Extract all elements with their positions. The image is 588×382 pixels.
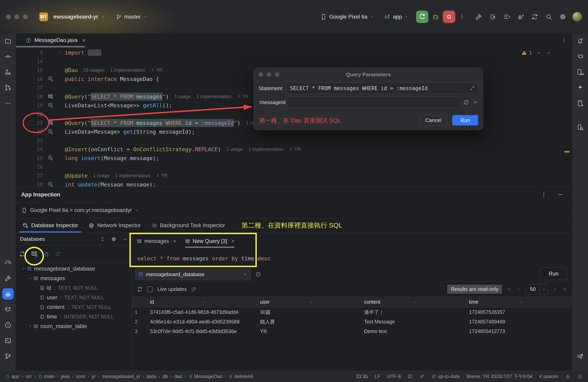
close-window-icon[interactable] xyxy=(6,14,11,19)
line-number[interactable]: 27 xyxy=(16,173,46,179)
line-number[interactable]: 17 xyxy=(16,85,46,91)
breadcrumb-item[interactable]: MessageDao xyxy=(189,374,222,379)
project-folder-icon[interactable] xyxy=(2,35,14,47)
breadcrumb-item[interactable]: main xyxy=(38,374,54,379)
open-new-query-icon[interactable] xyxy=(31,250,38,258)
tree-item-content[interactable]: content: TEXT, NOT NULL xyxy=(16,302,132,312)
search-icon[interactable] xyxy=(543,11,554,22)
tree-item-user[interactable]: user: TEXT, NOT NULL xyxy=(16,293,132,302)
problems-icon[interactable] xyxy=(2,320,14,331)
implementation-gutter-icon[interactable] xyxy=(46,155,55,161)
send-feedback-icon[interactable] xyxy=(575,351,586,362)
terminal-icon[interactable] xyxy=(2,335,14,346)
git-blame[interactable]: Blame: YR 2020/7/27 下午9:04 xyxy=(467,373,532,380)
zoom-window-icon[interactable] xyxy=(23,14,28,19)
more-tool-windows-icon[interactable] xyxy=(2,98,14,109)
table-row[interactable]: 1374143f6-c5a0-41d6-9818-4673d9add430篇過半… xyxy=(132,307,572,317)
export-icon[interactable] xyxy=(55,251,61,257)
tree-item-room_master_table[interactable]: room_master_table xyxy=(16,322,132,331)
editor-options-kebab[interactable] xyxy=(561,37,567,43)
close-icon[interactable]: × xyxy=(231,238,234,244)
device-manager-icon[interactable] xyxy=(575,67,586,78)
column-header-user[interactable]: user xyxy=(257,297,361,307)
code-author-hint[interactable]: YR xyxy=(151,68,162,73)
stop-app-button[interactable] xyxy=(443,11,455,23)
file-encoding[interactable]: UTF-8 xyxy=(387,374,400,379)
breadcrumb-item[interactable]: java xyxy=(61,374,70,379)
chevron-down-icon[interactable] xyxy=(546,50,551,55)
inlay-hint[interactable]: 16 usages xyxy=(84,68,105,73)
commit-icon[interactable] xyxy=(2,51,14,62)
inlay-hint[interactable]: 1 usage xyxy=(93,173,110,178)
line-number[interactable]: 18 xyxy=(16,94,46,99)
breadcrumb-item[interactable]: app xyxy=(6,374,19,379)
code-editor[interactable]: 3import ...1415@Dao16 usages1 implementa… xyxy=(16,47,572,187)
implementation-gutter-icon[interactable] xyxy=(46,102,55,108)
process-selector[interactable]: Google Pixel 6a > com.yr.messageboardyr xyxy=(16,202,572,218)
line-number[interactable]: 15 xyxy=(16,67,46,73)
inspections-widget[interactable]: 1 xyxy=(521,50,551,56)
gear-icon[interactable] xyxy=(111,236,117,242)
editor-tab[interactable]: MessageDao.java × xyxy=(23,34,88,47)
line-number[interactable]: 3 xyxy=(16,50,46,56)
gradle-sync-icon[interactable] xyxy=(529,11,540,22)
unlock-icon[interactable] xyxy=(565,374,570,379)
error-highlight-icon[interactable] xyxy=(577,374,582,379)
query-tab-messages[interactable]: messages× xyxy=(137,233,176,249)
indent-setting[interactable]: 4 spaces xyxy=(539,374,558,379)
implementation-gutter-icon[interactable] xyxy=(46,129,55,135)
line-number[interactable]: 20 xyxy=(16,111,46,117)
tab-network-inspector[interactable]: Network Inspector xyxy=(83,218,146,232)
vcs-status[interactable]: up-to-date xyxy=(431,374,460,379)
more-actions-kebab[interactable] xyxy=(457,12,467,22)
line-number[interactable]: 14 xyxy=(16,58,46,64)
run-sql-gutter-icon[interactable] xyxy=(46,94,55,99)
tab-database-inspector[interactable]: Database Inspector xyxy=(17,218,83,232)
line-number[interactable]: 22 xyxy=(16,129,46,135)
tree-item-messageboard_database[interactable]: messageboard_database xyxy=(16,264,132,273)
minimize-window-icon[interactable] xyxy=(14,14,19,19)
line-ending[interactable]: LF xyxy=(375,374,380,379)
inlay-hint[interactable]: 1 usage xyxy=(174,94,191,99)
gemini-icon[interactable] xyxy=(575,82,586,93)
hide-panel-icon[interactable] xyxy=(557,191,563,198)
scrollbar-warning-mark[interactable] xyxy=(564,151,570,153)
cancel-button[interactable]: Cancel xyxy=(420,115,447,125)
tree-item-time[interactable]: time: INTEGER, NOT NULL xyxy=(16,312,132,322)
run-configuration-selector[interactable]: app xyxy=(381,12,411,22)
build-variants-icon[interactable] xyxy=(501,11,512,22)
branch-selector[interactable]: master xyxy=(114,12,150,21)
breadcrumb-item[interactable]: data xyxy=(147,374,156,379)
line-number[interactable]: 21 xyxy=(16,120,46,126)
sql-editor[interactable]: select * from messages order by time des… xyxy=(132,249,572,267)
inlay-hint[interactable]: 1 implementation xyxy=(110,68,145,73)
gradle-icon[interactable] xyxy=(575,51,586,62)
window-controls[interactable] xyxy=(6,14,28,19)
refresh-schema-icon[interactable] xyxy=(19,251,25,257)
inlay-hint[interactable]: 1 usage xyxy=(226,147,243,152)
close-icon[interactable]: × xyxy=(82,37,85,44)
fold-icon[interactable] xyxy=(55,50,64,55)
breadcrumb-item[interactable]: dao xyxy=(174,374,182,379)
build-icon[interactable] xyxy=(473,11,484,22)
code-author-hint[interactable]: YR xyxy=(289,147,301,152)
inlay-hint[interactable]: 1 implementation xyxy=(115,173,150,178)
project-selector[interactable]: messageboard-yr xyxy=(51,12,107,21)
tab-background-task-inspector[interactable]: Background Task Inspector xyxy=(146,218,230,232)
breadcrumb-item[interactable]: yr xyxy=(91,374,95,379)
breadcrumb-item[interactable]: src xyxy=(26,374,32,379)
collapse-all-icon[interactable] xyxy=(100,237,105,242)
breadcrumb-item[interactable]: db xyxy=(162,374,168,379)
code-with-me-icon[interactable] xyxy=(487,11,498,22)
notifications-icon[interactable] xyxy=(575,35,586,47)
query-tab-New Query [3][interactable]: New Query [3]× xyxy=(185,233,234,249)
pull-requests-icon[interactable] xyxy=(2,82,14,93)
column-header-id[interactable]: id xyxy=(147,297,257,307)
add-icon[interactable] xyxy=(472,99,478,105)
line-number[interactable]: 16 xyxy=(16,76,46,82)
line-number[interactable]: 23 xyxy=(16,138,46,143)
implementation-gutter-icon[interactable] xyxy=(46,76,55,82)
user-avatar[interactable] xyxy=(572,12,582,21)
attach-debugger-icon[interactable] xyxy=(515,11,526,22)
tree-item-id[interactable]: id: TEXT, NOT NULL xyxy=(16,283,132,293)
